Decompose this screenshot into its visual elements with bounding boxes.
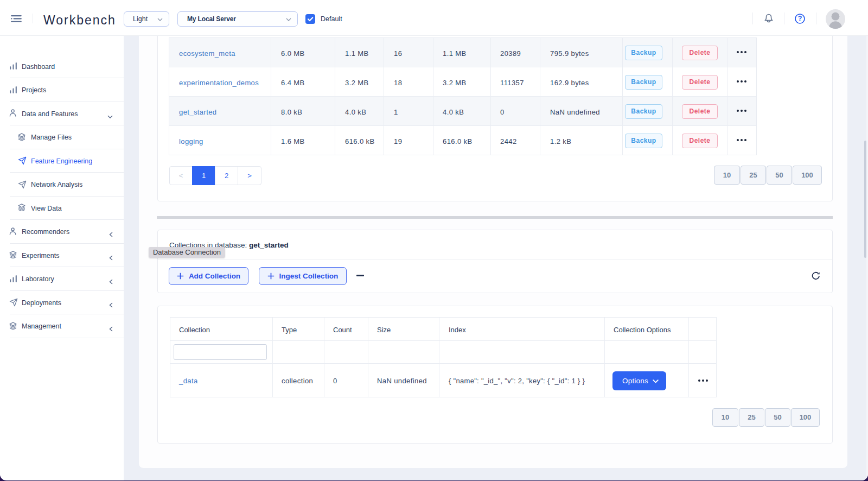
svg-text:?: ?: [798, 15, 802, 22]
